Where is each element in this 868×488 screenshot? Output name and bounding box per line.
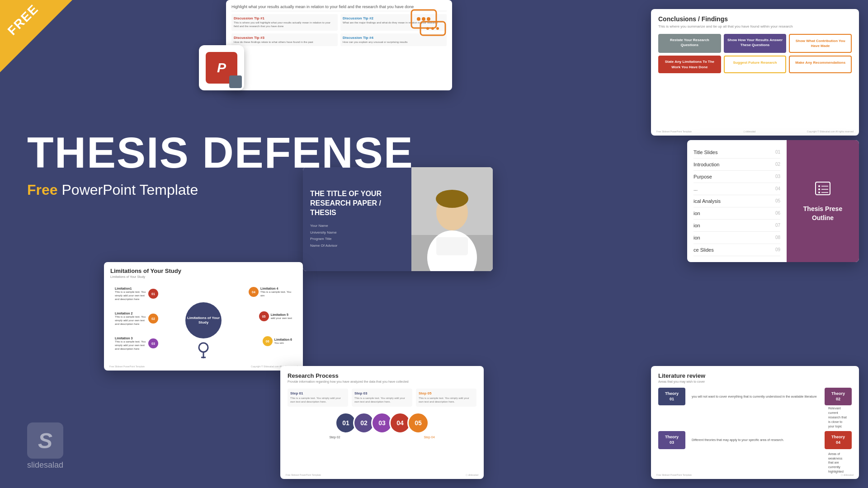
limitations-slide: Limitations of Your Study Limitations of… — [104, 262, 303, 371]
step1-label: Step 01 — [290, 391, 345, 395]
conc-card-4: State Any Limitations To The Work You Ha… — [658, 56, 721, 73]
research-slide: Research Process Provide information reg… — [280, 366, 484, 479]
res-footer-left: Free Slideset PowerPoint Template — [286, 474, 321, 476]
lit-footer: Free Slideset PowerPoint Template ⬡ slid… — [656, 474, 854, 476]
theory-01-box: Theory01 — [658, 388, 685, 405]
discussion-slide: Highlight what your results actually mea… — [226, 0, 452, 90]
res-footer-right: ⬡ slidesalad — [466, 474, 478, 476]
svg-point-13 — [818, 192, 820, 193]
lim-circle-3: 03 — [148, 338, 158, 348]
lim-node-4: 04 Limitation 4This is a sample text. Yo… — [249, 286, 292, 298]
toc-right-title: Thesis Prese Outline — [794, 205, 852, 222]
logo-icon: S — [27, 422, 63, 459]
svg-point-3 — [427, 17, 430, 21]
res-circles-row: 01 02 03 04 05 — [288, 412, 476, 434]
title-line1: THESIS DEFENSE — [27, 131, 414, 174]
slidesalad-watermark: ⬡ slidesalad — [743, 130, 756, 133]
university-name: University Name — [310, 230, 404, 236]
lim-node-6: 06 Limitation 6You sim — [263, 336, 292, 346]
theory-03-box: Theory03 — [658, 431, 685, 449]
toc-label-5: ical Analysis — [693, 198, 721, 204]
step3-text: This is a sample text. You simply add yo… — [354, 397, 410, 404]
toc-item-1: Title Slides 01 — [693, 146, 780, 159]
step5-text: This is a sample text. You simply add yo… — [419, 397, 474, 404]
disc-tip-3: Discussion Tip #3 How do these findings … — [231, 33, 338, 47]
conc-card-2: Show How Your Results Answer These Quest… — [724, 34, 787, 53]
lim-node-1: Limitation1This is a sample text. You si… — [115, 286, 158, 301]
lim-diagram: Limitations of Your Study Limitation1Thi… — [110, 282, 297, 359]
res-steps: Step 01 This is a sample text. You simpl… — [288, 389, 476, 407]
conc-title: Conclusions / Findings — [658, 15, 852, 23]
svg-point-21 — [199, 343, 208, 352]
title-text: THESIS DEFENSE — [27, 128, 414, 177]
res-step-3: Step 03 This is a sample text. You simpl… — [352, 389, 412, 407]
lit-footer-left: Free Slideset PowerPoint Template — [656, 474, 692, 476]
theory-04-box: Theory04 — [825, 431, 852, 449]
main-title-block: THESIS DEFENSE Free PowerPoint Template — [27, 131, 414, 198]
lim-center-circle: Limitations of Your Study — [185, 302, 222, 338]
toc-icon — [814, 179, 832, 199]
toc-label-7: ion — [693, 223, 700, 228]
conc-card-3: Show What Contribution You Have Made — [789, 34, 852, 53]
toc-item-5: ical Analysis 05 — [693, 195, 780, 207]
step2-label: Step 02 — [329, 436, 340, 439]
toc-label-3: Purpose — [693, 174, 712, 179]
toc-label-6: ion — [693, 211, 700, 216]
lim-footer-left: Free Slideset PowerPoint Template — [109, 365, 145, 368]
conc-card-5: Suggest Future Research — [724, 56, 787, 73]
magnifier-icon — [197, 341, 210, 361]
toc-label-8: ion — [693, 235, 700, 240]
footer-left: Free Slideset PowerPoint Template — [656, 130, 692, 133]
lit-desc-2: Different theories that may apply to you… — [688, 438, 822, 442]
lim-node-5: 05 Limitation 5add your own text — [259, 311, 292, 321]
slidesalad-logo: S slidesalad — [27, 422, 63, 470]
conc-grid: Restate Your Research Questions Show How… — [658, 34, 852, 73]
toc-item-9: ce Slides 09 — [693, 244, 780, 256]
lim-circle-2: 02 — [148, 314, 158, 324]
step5-label: Step 05 — [419, 391, 474, 395]
disc-tip3-title: Discussion Tip #3 — [234, 36, 335, 40]
toc-item-8: ion 08 — [693, 232, 780, 244]
res-step-labels-bottom: Step 02 Step 04 — [288, 436, 476, 439]
conclusions-slide: Conclusions / Findings This is where you… — [651, 9, 859, 136]
conc-subtitle: This is where you summarize and tie up a… — [658, 24, 852, 28]
lim-circle-5: 05 — [259, 311, 269, 321]
toc-right-panel: Thesis Prese Outline — [787, 140, 859, 262]
toc-num-5: 05 — [775, 198, 780, 204]
res-title: Research Process — [288, 372, 476, 379]
lit-desc-2c: Areas of weakness that are currently hig… — [825, 452, 852, 474]
logo-letter: S — [38, 428, 52, 453]
ppt-logo: P — [206, 52, 237, 84]
lit-mid-desc: Relevant current research that is close … — [658, 406, 852, 428]
lit-footer-right: ⬡ slidesalad — [841, 474, 854, 476]
lit-desc-1b — [688, 406, 822, 428]
disc-tip-1: Discussion Tip #1 This is where you will… — [231, 14, 338, 31]
disc-tip1-title: Discussion Tip #1 — [234, 16, 335, 20]
title-page-photo — [411, 167, 493, 271]
theory-02-box: Theory02 — [825, 388, 852, 405]
lim-title: Limitations of Your Study — [110, 267, 297, 274]
lit-title: Literature review — [658, 372, 852, 379]
subtitle-rest: PowerPoint Template — [58, 182, 198, 198]
toc-label-4: ... — [693, 186, 698, 192]
disc-tip4-text: How can you explain any unusual or surpr… — [343, 41, 444, 44]
toc-num-2: 02 — [775, 162, 780, 167]
lim-circle-1: 01 — [148, 289, 158, 299]
toc-list: Title Slides 01 Introduction 02 Purpose … — [687, 140, 787, 262]
res-footer: Free Slideset PowerPoint Template ⬡ slid… — [286, 474, 478, 476]
toc-item-7: ion 07 — [693, 220, 780, 232]
lit-row-2: Theory03 Different theories that may app… — [658, 431, 852, 449]
step4-label: Step 04 — [424, 436, 434, 439]
toc-slide: Title Slides 01 Introduction 02 Purpose … — [687, 140, 859, 262]
circle-05: 05 — [407, 412, 429, 434]
res-step-1: Step 01 This is a sample text. You simpl… — [288, 389, 348, 407]
lim-node-3: Limitation 3This is a sample text. You s… — [115, 336, 158, 351]
subtitle: Free PowerPoint Template — [27, 182, 414, 198]
toc-label-2: Introduction — [693, 162, 719, 167]
svg-point-6 — [431, 27, 434, 30]
conc-card-1: Restate Your Research Questions — [658, 34, 721, 53]
toc-item-2: Introduction 02 — [693, 159, 780, 171]
toc-label-1: Title Slides — [693, 150, 717, 155]
chat-icon — [410, 9, 447, 41]
toc-item-6: ion 06 — [693, 207, 780, 220]
